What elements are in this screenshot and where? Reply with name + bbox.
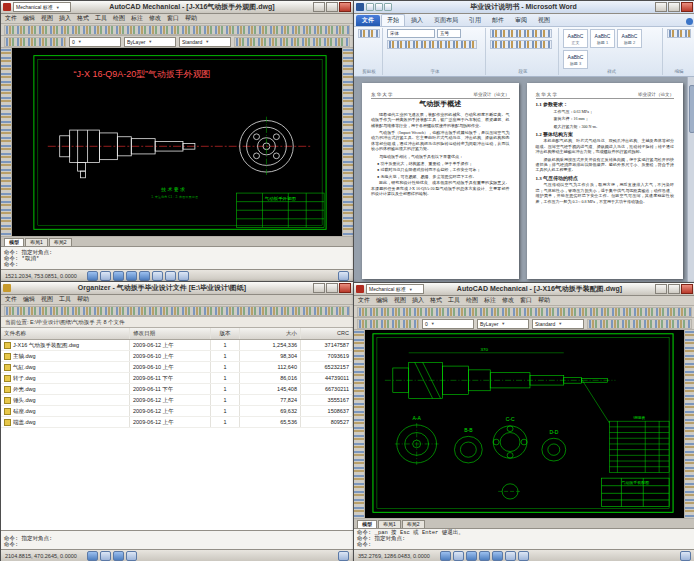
tab-model[interactable]: 模型 bbox=[357, 520, 377, 528]
command-line[interactable]: 命令: 指定对角点: 命令: bbox=[1, 530, 353, 549]
minimize-button[interactable] bbox=[655, 284, 667, 294]
menu-bar[interactable]: 文件 编辑 视图 插入 格式 工具 绘图 标注 修改 窗口 帮助 bbox=[1, 14, 353, 24]
grid-toggle-icon[interactable] bbox=[100, 271, 111, 281]
menu-edit[interactable]: 编辑 bbox=[23, 295, 35, 304]
menu-bar[interactable]: 文件 编辑 视图 插入 格式 工具 绘图 标注 修改 窗口 帮助 bbox=[354, 296, 694, 306]
table-row[interactable]: 外壳.dwg 2009-06-11 下午 1 145,408 66730211 bbox=[1, 384, 353, 395]
column-header-crc[interactable]: CRC bbox=[301, 328, 353, 339]
menu-tools[interactable]: 工具 bbox=[448, 296, 460, 305]
toolbar-icons-strip[interactable] bbox=[587, 319, 692, 329]
lineweight-toggle-icon[interactable] bbox=[178, 271, 189, 281]
tab-insert[interactable]: 插入 bbox=[406, 15, 428, 26]
tab-mailings[interactable]: 邮件 bbox=[487, 15, 509, 26]
table-row[interactable]: 锤头.dwg 2009-06-12 上午 1 77,824 3555167 bbox=[1, 395, 353, 406]
table-row[interactable]: 端盖.dwg 2009-06-12 上午 1 65,536 809527 bbox=[1, 417, 353, 428]
editing-icons[interactable] bbox=[667, 29, 691, 38]
menu-format[interactable]: 格式 bbox=[430, 296, 442, 305]
menu-file[interactable]: 文件 bbox=[5, 295, 17, 304]
maximize-button[interactable] bbox=[326, 2, 338, 12]
tab-references[interactable]: 引用 bbox=[464, 15, 486, 26]
workspace-combobox[interactable]: Mechanical 标准▼ bbox=[366, 284, 424, 294]
polar-toggle-icon[interactable] bbox=[479, 551, 490, 561]
menu-view[interactable]: 视图 bbox=[394, 296, 406, 305]
table-row[interactable]: 转子.dwg 2009-06-11 下午 1 86,016 44739011 bbox=[1, 373, 353, 384]
column-header-name[interactable]: 文件名称 bbox=[1, 328, 130, 339]
toolbar-icons-strip[interactable] bbox=[4, 306, 350, 316]
model-space-canvas[interactable]: “J-X 16-Q9A-20型”气动扳手外观图 bbox=[12, 48, 342, 236]
column-header-date[interactable]: 修改日期 bbox=[130, 328, 211, 339]
table-row[interactable]: 气缸.dwg 2009-06-10 上午 1 112,640 65232157 bbox=[1, 362, 353, 373]
undo-icon[interactable] bbox=[375, 3, 383, 11]
style-heading1[interactable]: AaBbC标题 1 bbox=[590, 29, 615, 48]
redo-icon[interactable] bbox=[384, 3, 392, 11]
tab-file[interactable]: 文件 bbox=[356, 15, 380, 26]
font-size-combobox[interactable]: 五号 bbox=[437, 29, 461, 38]
draw-toolbar-vertical[interactable] bbox=[354, 330, 365, 518]
dyn-toggle-icon[interactable] bbox=[165, 271, 176, 281]
ribbon-tabs[interactable]: 文件 开始 插入 页面布局 引用 邮件 审阅 视图 bbox=[354, 14, 694, 27]
dyn-toggle-icon[interactable] bbox=[518, 551, 529, 561]
command-prompt[interactable]: 命令: bbox=[4, 262, 350, 268]
paragraph-icons[interactable] bbox=[490, 29, 552, 38]
menu-modify[interactable]: 修改 bbox=[502, 296, 514, 305]
tab-review[interactable]: 审阅 bbox=[510, 15, 532, 26]
document-page-1[interactable]: 东 华 大 学 毕业设计（论文） 气动扳手概述 随着现代工业的飞速发展，装配作业… bbox=[362, 83, 519, 279]
menu-tools[interactable]: 工具 bbox=[95, 14, 107, 23]
tab-view[interactable]: 视图 bbox=[533, 15, 555, 26]
ortho-toggle-icon[interactable] bbox=[113, 551, 124, 561]
maximize-button[interactable] bbox=[326, 283, 338, 293]
title-bar[interactable]: Organizer - 气动扳手毕业设计文件 [E:\毕业设计\图纸] bbox=[1, 282, 353, 295]
minimize-button[interactable] bbox=[313, 2, 325, 12]
file-list[interactable]: 文件名称 修改日期 版本 大小 CRC J-X16 气动扳手装配图.dwg 20… bbox=[1, 328, 353, 530]
save-icon[interactable] bbox=[366, 3, 374, 11]
minimize-button[interactable] bbox=[655, 2, 667, 12]
tab-home[interactable]: 开始 bbox=[381, 14, 405, 26]
tab-model[interactable]: 模型 bbox=[4, 238, 24, 246]
document-page-2[interactable]: 东 华 大 学 毕业设计（论文） 1.1 参数要求： 工作气压：0.63 MPa… bbox=[527, 83, 684, 279]
toolbar-icons-strip[interactable] bbox=[357, 307, 692, 317]
menu-edit[interactable]: 编辑 bbox=[376, 296, 388, 305]
ortho-toggle-icon[interactable] bbox=[113, 271, 124, 281]
layer-icons-strip[interactable] bbox=[4, 37, 66, 47]
paragraph-icons-row2[interactable] bbox=[490, 40, 552, 49]
command-line[interactable]: 命令: 指定对角点: 命令: *取消* 命令: bbox=[1, 246, 353, 269]
osnap-toggle-icon[interactable] bbox=[139, 271, 150, 281]
properties-toolbar[interactable]: 0▼ ByLayer▼ Standard▼ bbox=[1, 36, 353, 48]
tab-layout1[interactable]: 布局1 bbox=[25, 238, 48, 246]
tab-layout2[interactable]: 布局2 bbox=[49, 238, 72, 246]
scrollbar-thumb[interactable] bbox=[689, 85, 694, 133]
tab-layout2[interactable]: 布局2 bbox=[402, 520, 425, 528]
menu-draw[interactable]: 绘图 bbox=[466, 296, 478, 305]
menu-view[interactable]: 视图 bbox=[41, 295, 53, 304]
properties-toolbar[interactable]: 0▼ ByLayer▼ Standard▼ bbox=[354, 318, 694, 330]
style-heading2[interactable]: AaBbC标题 2 bbox=[617, 29, 642, 48]
command-prompt[interactable]: 命令: bbox=[357, 542, 692, 548]
menu-modify[interactable]: 修改 bbox=[149, 14, 161, 23]
style-heading3[interactable]: AaBbC标题 3 bbox=[563, 50, 588, 69]
font-format-icons[interactable] bbox=[387, 40, 477, 49]
tab-page-layout[interactable]: 页面布局 bbox=[429, 15, 463, 26]
snap-toggle-icon[interactable] bbox=[87, 551, 98, 561]
style-normal[interactable]: AaBbC正文 bbox=[563, 29, 588, 48]
snap-toggle-icon[interactable] bbox=[87, 271, 98, 281]
layer-combobox[interactable]: 0▼ bbox=[422, 319, 474, 329]
menu-dimension[interactable]: 标注 bbox=[131, 14, 143, 23]
menu-help[interactable]: 帮助 bbox=[538, 296, 550, 305]
help-icon[interactable] bbox=[686, 18, 693, 25]
otrack-toggle-icon[interactable] bbox=[152, 271, 163, 281]
ortho-toggle-icon[interactable] bbox=[466, 551, 477, 561]
title-bar[interactable]: 毕业设计说明书 - Microsoft Word bbox=[354, 1, 694, 14]
style-combobox[interactable]: Standard▼ bbox=[532, 319, 584, 329]
menu-format[interactable]: 格式 bbox=[77, 14, 89, 23]
menu-insert[interactable]: 插入 bbox=[59, 14, 71, 23]
tab-layout1[interactable]: 布局1 bbox=[378, 520, 401, 528]
layout-tabs[interactable]: 模型 布局1 布局2 bbox=[1, 236, 353, 246]
toolbar[interactable] bbox=[1, 305, 353, 317]
menu-file[interactable]: 文件 bbox=[358, 296, 370, 305]
color-combobox[interactable]: ByLayer▼ bbox=[477, 319, 529, 329]
menu-insert[interactable]: 插入 bbox=[412, 296, 424, 305]
osnap-toggle-icon[interactable] bbox=[126, 551, 137, 561]
standard-toolbar[interactable] bbox=[1, 24, 353, 36]
menu-help[interactable]: 帮助 bbox=[185, 14, 197, 23]
column-header-size[interactable]: 大小 bbox=[240, 328, 301, 339]
